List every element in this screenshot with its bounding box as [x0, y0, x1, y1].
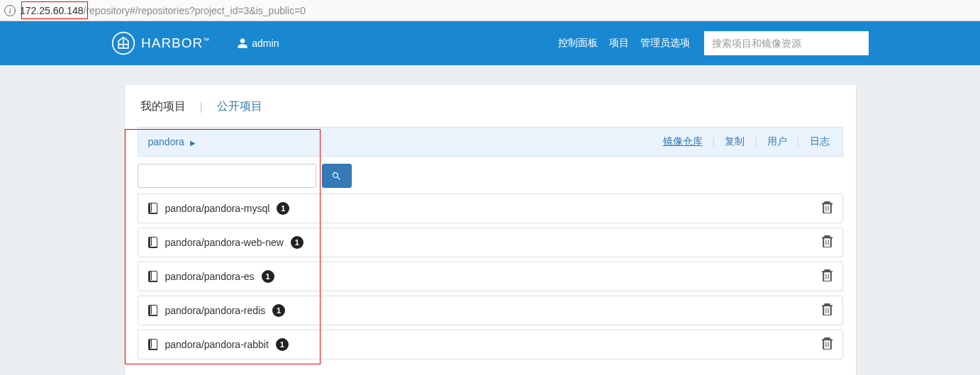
delete-repo-button[interactable]: [822, 269, 833, 284]
repository-row[interactable]: pandora/pandora-es 1: [138, 262, 843, 291]
current-user[interactable]: admin: [237, 38, 279, 49]
delete-repo-button[interactable]: [822, 337, 833, 352]
caret-right-icon: ▶: [190, 139, 196, 147]
repository-name: pandora/pandora-web-new: [165, 237, 284, 248]
tab-public-projects[interactable]: 公开项目: [217, 99, 262, 114]
repo-filter-row: [138, 164, 843, 188]
header-nav: 控制面板 项目 管理员选项: [552, 21, 869, 65]
repository-name: pandora/pandora-es: [165, 271, 255, 282]
book-icon: [148, 237, 158, 248]
subnav-replication[interactable]: 复制: [722, 135, 747, 148]
subnav: 镜像仓库 | 复制 | 用户 | 日志: [660, 135, 833, 148]
trash-icon: [822, 235, 833, 247]
repository-name: pandora/pandora-rabbit: [165, 339, 269, 350]
url-host: 172.25.60.148: [20, 5, 84, 16]
app-header: HARBOR™ admin 控制面板 项目 管理员选项: [0, 21, 980, 65]
delete-repo-button[interactable]: [822, 303, 833, 318]
project-tabs: 我的项目 | 公开项目: [138, 99, 843, 114]
global-search: [704, 31, 869, 55]
breadcrumb-project-name: pandora: [148, 136, 184, 147]
repo-filter-button[interactable]: [322, 164, 352, 188]
tab-my-projects[interactable]: 我的项目: [140, 99, 186, 114]
url-path: /repository#/repositories?project_id=3&i…: [84, 5, 306, 16]
tag-count-badge: 1: [262, 270, 274, 283]
nav-admin-opts[interactable]: 管理员选项: [635, 37, 696, 50]
subnav-logs[interactable]: 日志: [807, 135, 833, 148]
repository-row[interactable]: pandora/pandora-rabbit 1: [138, 330, 843, 359]
tag-count-badge: 1: [277, 202, 289, 215]
book-icon: [148, 305, 158, 316]
nav-projects[interactable]: 项目: [603, 37, 635, 50]
subnav-repos[interactable]: 镜像仓库: [660, 135, 706, 148]
book-icon: [148, 203, 158, 214]
username-label: admin: [252, 38, 279, 49]
browser-address-bar: i 172.25.60.148/repository#/repositories…: [0, 0, 980, 21]
tag-count-badge: 1: [276, 338, 289, 351]
url-text[interactable]: 172.25.60.148/repository#/repositories?p…: [20, 5, 306, 16]
repository-row[interactable]: pandora/pandora-redis 1: [138, 296, 843, 325]
global-search-input[interactable]: [704, 31, 869, 55]
repository-name: pandora/pandora-mysql: [165, 203, 270, 214]
nav-dashboard[interactable]: 控制面板: [552, 37, 603, 50]
info-icon[interactable]: i: [4, 5, 16, 16]
repository-list: pandora/pandora-mysql 1 pandora/pandora-…: [138, 194, 843, 359]
breadcrumb-bar: pandora ▶ 镜像仓库 | 复制 | 用户 | 日志: [138, 127, 843, 157]
harbor-logo-icon: [111, 31, 135, 55]
trash-icon: [822, 337, 833, 349]
book-icon: [148, 339, 158, 350]
tag-count-badge: 1: [291, 236, 304, 249]
search-icon: [331, 171, 342, 181]
repository-row[interactable]: pandora/pandora-web-new 1: [138, 228, 843, 257]
repo-filter-input[interactable]: [138, 164, 316, 188]
brand-text: HARBOR™: [141, 35, 210, 51]
trash-icon: [822, 303, 833, 315]
trash-icon: [822, 269, 833, 281]
delete-repo-button[interactable]: [822, 201, 833, 216]
user-icon: [237, 38, 248, 49]
breadcrumb-project[interactable]: pandora ▶: [148, 136, 196, 147]
subnav-users[interactable]: 用户: [764, 135, 790, 148]
repository-row[interactable]: pandora/pandora-mysql 1: [138, 194, 843, 223]
main-card: 我的项目 | 公开项目 pandora ▶ 镜像仓库 | 复制 | 用户 | 日…: [124, 85, 857, 375]
delete-repo-button[interactable]: [822, 235, 833, 250]
trash-icon: [822, 201, 833, 213]
tag-count-badge: 1: [272, 304, 285, 317]
page-body: 我的项目 | 公开项目 pandora ▶ 镜像仓库 | 复制 | 用户 | 日…: [0, 65, 980, 375]
tab-separator: |: [200, 101, 203, 113]
brand-logo[interactable]: HARBOR™: [111, 31, 210, 55]
book-icon: [148, 271, 158, 282]
repository-name: pandora/pandora-redis: [165, 305, 266, 316]
